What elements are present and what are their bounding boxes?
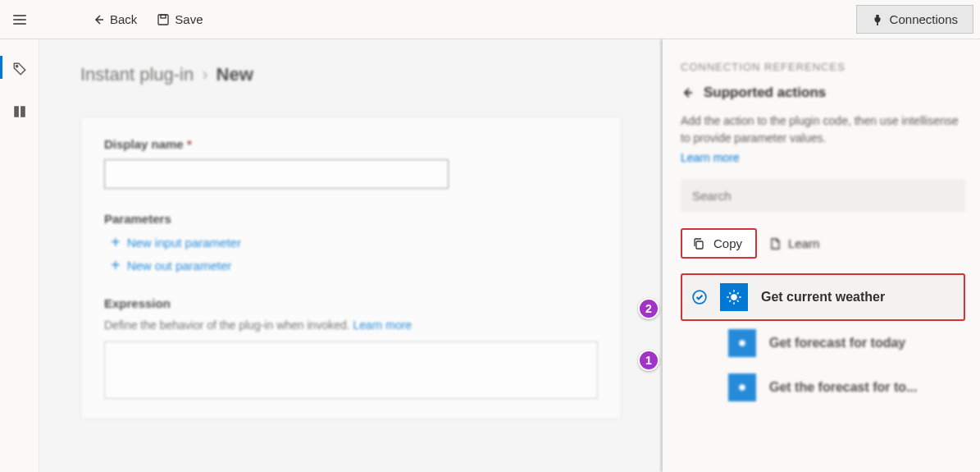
save-label: Save xyxy=(175,12,203,26)
panel-description: Add the action to the plugin code, then … xyxy=(681,112,965,147)
svg-line-13 xyxy=(737,300,739,302)
back-label: Back xyxy=(110,12,137,26)
breadcrumb-current: New xyxy=(217,64,253,85)
svg-rect-1 xyxy=(161,15,166,18)
action-label: Get forecast for today xyxy=(769,336,905,351)
plug-icon xyxy=(872,14,883,25)
svg-point-2 xyxy=(16,66,17,67)
action-label: Get current weather xyxy=(761,290,885,305)
display-name-input[interactable] xyxy=(104,159,449,189)
weather-icon xyxy=(728,373,756,401)
search-input[interactable] xyxy=(681,179,965,212)
svg-rect-4 xyxy=(21,106,25,117)
check-circle-icon xyxy=(692,290,707,305)
plus-icon: + xyxy=(111,234,121,250)
rail-tag-icon[interactable] xyxy=(7,56,33,82)
panel-title: Supported actions xyxy=(704,85,826,101)
arrow-left-icon[interactable] xyxy=(681,86,694,99)
svg-point-7 xyxy=(731,294,737,300)
svg-line-15 xyxy=(737,292,739,294)
svg-point-16 xyxy=(739,340,745,346)
breadcrumb: Instant plug-in › New xyxy=(80,64,641,85)
expression-editor[interactable] xyxy=(104,341,598,399)
top-toolbar: Back Save Connections xyxy=(0,0,980,39)
connections-button[interactable]: Connections xyxy=(856,5,973,34)
expression-heading: Expression xyxy=(104,296,598,310)
expression-learn-more-link[interactable]: Learn more xyxy=(353,318,413,332)
svg-point-17 xyxy=(739,384,745,391)
connection-references-panel: CONNECTION REFERENCES Supported actions … xyxy=(663,39,980,472)
save-button[interactable]: Save xyxy=(147,7,212,31)
panel-learn-more-link[interactable]: Learn more xyxy=(681,151,740,164)
action-get-current-weather[interactable]: Get current weather xyxy=(681,273,965,321)
new-out-parameter-button[interactable]: + New out parameter xyxy=(111,257,598,273)
display-name-label: Display name * xyxy=(104,137,598,151)
action-label: Get the forecast for to... xyxy=(769,380,917,395)
form-card: Display name * Parameters + New input pa… xyxy=(80,117,622,419)
document-icon xyxy=(768,237,782,250)
connections-label: Connections xyxy=(890,12,958,26)
save-icon xyxy=(157,13,170,26)
action-get-forecast-today[interactable]: Get forecast for today xyxy=(681,321,965,365)
copy-button[interactable]: Copy xyxy=(681,228,757,259)
action-get-forecast-tomorrow[interactable]: Get the forecast for to... xyxy=(681,365,965,410)
plus-icon: + xyxy=(111,257,121,273)
parameters-heading: Parameters xyxy=(104,212,598,226)
expression-description: Define the behavior of the plug-in when … xyxy=(104,318,598,332)
main-form-pane: Instant plug-in › New Display name * Par… xyxy=(39,39,663,472)
learn-label: Learn xyxy=(788,236,819,250)
copy-label: Copy xyxy=(713,236,742,250)
callout-1: 1 xyxy=(638,350,659,371)
svg-line-12 xyxy=(729,292,731,294)
svg-rect-3 xyxy=(14,106,19,117)
learn-button[interactable]: Learn xyxy=(768,236,819,250)
panel-header: CONNECTION REFERENCES xyxy=(681,61,965,73)
copy-icon xyxy=(692,237,705,250)
chevron-right-icon: › xyxy=(202,64,207,85)
breadcrumb-parent[interactable]: Instant plug-in xyxy=(80,64,194,85)
svg-rect-5 xyxy=(696,241,703,249)
callout-2: 2 xyxy=(638,298,659,319)
left-nav-rail xyxy=(0,39,39,472)
weather-icon xyxy=(728,329,756,357)
new-input-parameter-button[interactable]: + New input parameter xyxy=(111,234,598,250)
back-button[interactable]: Back xyxy=(82,7,147,31)
rail-book-icon[interactable] xyxy=(7,99,33,125)
hamburger-icon[interactable] xyxy=(7,7,33,33)
weather-icon xyxy=(720,283,748,311)
arrow-left-icon xyxy=(92,13,105,26)
svg-rect-0 xyxy=(158,15,168,25)
svg-line-14 xyxy=(729,300,731,302)
